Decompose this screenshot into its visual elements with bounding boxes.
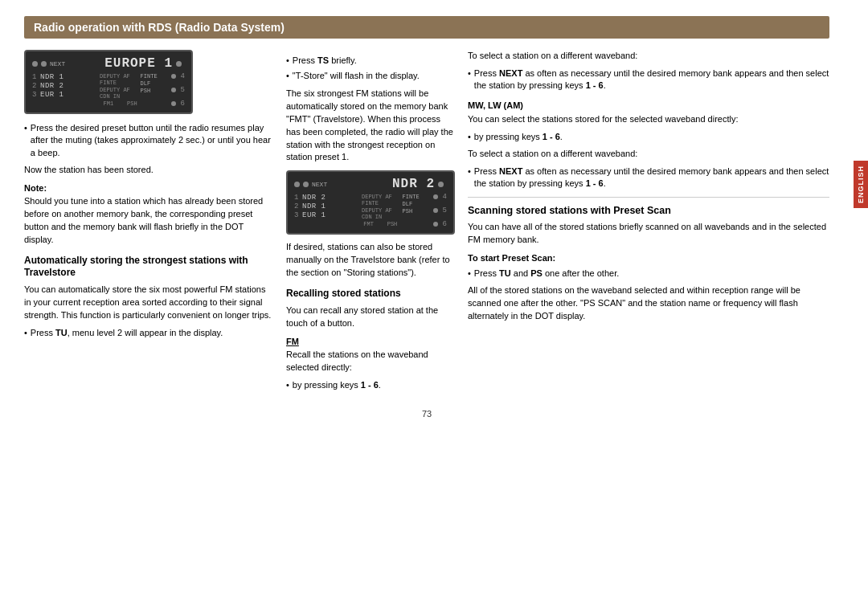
note-label: Note: <box>24 183 273 193</box>
main-content: Radio operation with RDS (Radio Data Sys… <box>0 0 854 435</box>
display-header-2: NEXT NDR 2 <box>294 177 447 191</box>
mw-lw-label: MW, LW (AM) <box>468 100 829 110</box>
select-diff-waveband-2: To select a station on a different waveb… <box>468 148 829 161</box>
display-dot-3 <box>176 61 182 67</box>
display-right-rows: FINTE DLF PSH <box>141 72 165 108</box>
fm-bullets: by pressing keys 1 - 6. <box>286 379 455 391</box>
display-mid-rows-2: DEPUTY AF FINTE DEPUTY AF CDN IN FMT PSH <box>362 193 399 228</box>
scan-heading: Scanning stored stations with Preset Sca… <box>468 204 829 217</box>
bullet-preset: Press the desired preset button until th… <box>24 122 273 159</box>
display-left-rows: 1 NDR 1 2 NDR 2 3 EUR 1 <box>32 72 96 108</box>
display-rows-2: 1 NDR 2 2 NDR 1 3 EUR 1 DEPUTY <box>294 193 447 228</box>
recall-heading: Recalling stored stations <box>286 288 455 300</box>
auto-store-bullets: Press TU, menu level 2 will appear in th… <box>24 327 273 339</box>
language-tab: ENGLISH <box>854 161 868 208</box>
divider <box>468 197 829 198</box>
ts-body: The six strongest FM stations will be au… <box>286 88 455 165</box>
right-column: To select a station on a different waveb… <box>468 50 829 396</box>
display-dot-4 <box>294 182 300 187</box>
display-mid-rows: DEPUTY AF FINTE DEPUTY AF CDN IN FM1 PSH <box>100 72 137 108</box>
scan-body-2: All of the stored stations on the waveba… <box>468 284 829 323</box>
display-dot-6 <box>438 182 444 187</box>
left-column: NEXT EUROPE 1 1 NDR 1 2 NDR 2 <box>24 50 273 396</box>
display-dot-5 <box>303 182 309 187</box>
mw-lw-bullets: by pressing keys 1 - 6. <box>468 131 829 143</box>
bullet-mw-keys: by pressing keys 1 - 6. <box>468 131 829 143</box>
note-text: Should you tune into a station which has… <box>24 195 273 247</box>
bullet-tu: Press TU, menu level 2 will appear in th… <box>24 327 273 339</box>
display-row-2a: 1 NDR 2 <box>294 194 358 202</box>
center-column: Press TS briefly. "T-Store" will flash i… <box>286 50 455 396</box>
radio-display-1: NEXT EUROPE 1 1 NDR 1 2 NDR 2 <box>24 50 193 114</box>
display-row-1: 1 NDR 1 <box>32 73 96 81</box>
display-row-2b: 2 NDR 1 <box>294 202 358 210</box>
display-dot-2 <box>41 61 47 67</box>
right-next-bullets-2: Press NEXT as often as necessary until t… <box>468 166 829 190</box>
display-row-2: 2 NDR 2 <box>32 82 96 90</box>
auto-store-body: You can automatically store the six most… <box>24 284 273 322</box>
bullet-next-2: Press NEXT as often as necessary until t… <box>468 166 829 190</box>
recall-body: You can recall any stored station at the… <box>286 304 455 330</box>
left-bullets-1: Press the desired preset button until th… <box>24 122 273 159</box>
fm-body: Recall the stations on the waveband sele… <box>286 349 455 374</box>
display-main-text-1: EUROPE 1 <box>68 56 173 71</box>
display-dot <box>32 61 38 67</box>
mw-lw-body: You can select the stations stored for t… <box>468 113 829 126</box>
display-header-1: NEXT EUROPE 1 <box>32 56 185 71</box>
to-start-label: To start Preset Scan: <box>468 253 829 263</box>
display-main-text-2: NDR 2 <box>330 177 435 191</box>
page-number: 73 <box>24 409 829 419</box>
scan-bullets: Press TU and PS one after the other. <box>468 268 829 280</box>
section-title: Radio operation with RDS (Radio Data Sys… <box>34 21 285 34</box>
scan-body: You can have all of the stored stations … <box>468 221 829 247</box>
bullet-ts-flash: "T-Store" will flash in the display. <box>286 70 455 82</box>
display-left-rows-2: 1 NDR 2 2 NDR 1 3 EUR 1 <box>294 193 358 228</box>
display-right-rows-2: FINTE DLF PSH <box>403 193 427 228</box>
bullet-fm-keys: by pressing keys 1 - 6. <box>286 379 455 391</box>
fm-label: FM <box>286 337 455 346</box>
bullet-tu-ps: Press TU and PS one after the other. <box>468 268 829 280</box>
display-rows-1: 1 NDR 1 2 NDR 2 3 EUR 1 DEPUTY <box>32 72 185 108</box>
next-label: NEXT <box>50 60 65 67</box>
next-label-2: NEXT <box>312 181 327 188</box>
auto-store-heading: Automatically storing the strongest stat… <box>24 255 273 280</box>
ts-bullets: Press TS briefly. "T-Store" will flash i… <box>286 55 455 83</box>
stored-text: Now the station has been stored. <box>24 164 273 177</box>
bullet-ts-press: Press TS briefly. <box>286 55 455 67</box>
select-diff-waveband: To select a station on a different waveb… <box>468 50 829 63</box>
section-header: Radio operation with RDS (Radio Data Sys… <box>24 16 829 39</box>
center-intro: If desired, stations can also be stored … <box>286 241 455 280</box>
language-label: ENGLISH <box>857 166 865 203</box>
radio-display-2: NEXT NDR 2 1 NDR 2 2 NDR 1 <box>286 170 455 235</box>
display-row-2c: 3 EUR 1 <box>294 211 358 219</box>
bullet-next: Press NEXT as often as necessary until t… <box>468 67 829 92</box>
display-right-numbers-2: 4 5 6 <box>430 193 447 228</box>
right-next-bullets: Press NEXT as often as necessary until t… <box>468 67 829 92</box>
display-right-numbers: 4 5 6 <box>168 72 185 108</box>
content-columns: NEXT EUROPE 1 1 NDR 1 2 NDR 2 <box>24 50 829 396</box>
display-row-3: 3 EUR 1 <box>32 91 96 99</box>
